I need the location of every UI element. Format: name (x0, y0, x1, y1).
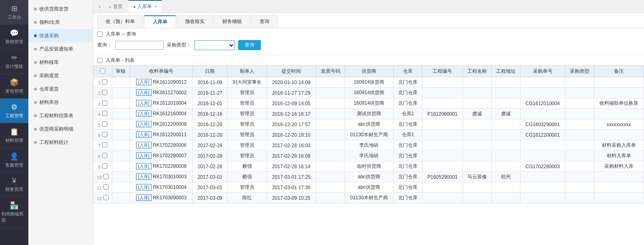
inbound-link[interactable]: [入库] (136, 163, 151, 169)
sidebar-item-purchase-return[interactable]: 采购退货 (28, 69, 93, 82)
sidebar-item-warehouse-return[interactable]: 仓库退货 (28, 82, 93, 96)
inbound-link[interactable]: [入库] (136, 184, 151, 190)
row-link[interactable]: [入库] RK1703010004 (130, 182, 193, 193)
select-all-checkbox[interactable] (100, 68, 105, 74)
sidebar-item-material-out[interactable]: 领料/出库 (28, 16, 93, 29)
row-link[interactable]: [入库] RK1612200008 (130, 119, 193, 130)
row-eng-name: 马云装修 (463, 172, 491, 182)
inbound-link[interactable]: [入库] (136, 79, 151, 85)
sidebar-item-label: 工程管理 (5, 113, 23, 119)
row-checkbox[interactable] (102, 111, 107, 116)
row-purchase-no (520, 182, 565, 193)
row-maker: 赖强 (227, 172, 267, 182)
row-eng-code (422, 119, 463, 130)
purchase-type-select[interactable] (194, 40, 235, 50)
row-checkbox[interactable] (102, 79, 107, 84)
row-checkbox[interactable] (102, 163, 107, 169)
row-link[interactable]: [入库] RK1703010003 (130, 172, 193, 182)
sidebar-item-label: B2B商城系统 (2, 211, 27, 223)
sidebar-item-product-install[interactable]: 产品安装通知单 (28, 42, 93, 56)
sidebar-item-receive-supplier[interactable]: 收供货商发货 (28, 2, 93, 16)
inbound-link[interactable]: [入库] (136, 131, 151, 138)
inbound-link[interactable]: [入库] (136, 142, 151, 148)
sidebar-item-material-move[interactable]: 材料移库 (28, 56, 93, 69)
row-checkbox[interactable] (102, 121, 107, 127)
func-tab-finance-verify[interactable]: 财务稽核 (214, 15, 250, 28)
row-checkbox[interactable] (102, 132, 107, 137)
sidebar-item-engineering[interactable]: ⚙ 工程管理 (0, 99, 28, 123)
row-date: 2016-12-01 (193, 98, 228, 109)
inbound-link[interactable]: [入库] (136, 152, 151, 159)
sidebar-item-b2b[interactable]: 🏪 B2B商城系统 (0, 197, 28, 228)
th-supplier: 供货商 (345, 66, 393, 77)
section-query-checkbox[interactable] (97, 32, 102, 37)
row-link[interactable]: [入库] RK1612010004 (130, 98, 193, 109)
row-eng-code (422, 193, 463, 203)
row-checkbox[interactable] (102, 142, 107, 148)
inbound-link[interactable]: [入库] (136, 173, 151, 180)
row-checkbox[interactable] (102, 90, 107, 95)
row-checkbox[interactable] (103, 195, 109, 200)
row-audit (112, 193, 130, 203)
func-tab-pre-verify[interactable]: 预收核实 (177, 15, 213, 28)
inbound-link[interactable]: [入库] (136, 194, 151, 201)
sidebar-item-supplier-purchase[interactable]: 供货商采购明细 (28, 122, 93, 136)
row-maker: 陈红 (227, 193, 267, 203)
sidebar-item-workbench[interactable]: ⊞ 工作台 (0, 0, 28, 25)
dot-supplier-purchase (34, 128, 37, 131)
sidebar-item-design[interactable]: ✏ 设计预算 (0, 49, 28, 74)
inbound-link[interactable]: [入库] (136, 110, 151, 117)
func-tab-receive-preorder[interactable]: 收（预）料单 (97, 15, 143, 28)
table-row: 8 [入库] RK1702280007 2017-02-28 管理员 2017-… (94, 151, 644, 161)
sidebar-item-engineering-material2[interactable]: 工程材料统计 (28, 136, 93, 149)
row-warehouse: 北门仓库 (393, 77, 422, 88)
search-input[interactable] (115, 41, 164, 50)
row-checkbox[interactable] (103, 184, 109, 190)
row-invoice (316, 77, 345, 88)
sidebar-item-finance[interactable]: ¥ 财务管理 (0, 173, 28, 197)
row-checkbox[interactable] (103, 174, 109, 179)
th-purchase-no: 采购单号 (520, 66, 565, 77)
sidebar-item-materials[interactable]: 📋 材料管理 (0, 123, 28, 148)
row-remark (594, 172, 644, 182)
tab-inbound[interactable]: ● 入库单 ✕ (128, 0, 162, 13)
sidebar-item-engineering-material[interactable]: 工程材料结算表 (28, 109, 93, 122)
row-link[interactable]: [入库] RK1611090012 (130, 77, 193, 88)
row-eng-name (463, 77, 491, 88)
func-tab-inbound[interactable]: 入库单 (144, 15, 176, 28)
sidebar-item-material-inventory[interactable]: 材料库存 (28, 96, 93, 109)
row-checkbox-cell: 8 (94, 151, 112, 161)
tab-home[interactable]: ● 首页 (104, 0, 128, 13)
table-row: 5 [入库] RK1612200008 2016-12-20 管理员 2016-… (94, 119, 644, 130)
sidebar-item-service[interactable]: 👤 客服管理 (0, 148, 28, 173)
row-checkbox[interactable] (102, 100, 107, 106)
row-link[interactable]: [入库] RK1702280008 (130, 161, 193, 172)
sidebar-collapse-button[interactable]: ‹ (96, 2, 103, 11)
func-tab-query[interactable]: 查询 (251, 15, 278, 28)
sidebar-item-package[interactable]: 📦 发包管理 (0, 74, 28, 99)
inbound-link[interactable]: [入库] (136, 100, 151, 106)
sidebar-item-quick-purchase[interactable]: 快速采购 (28, 29, 93, 42)
row-link[interactable]: [入库] RK1612200011 (130, 130, 193, 140)
main-content: ‹ ● 首页 ● 入库单 ✕ 收（预）料单 入库单 预收核实 财务稽核 查询 (93, 0, 644, 245)
row-checkbox-cell: 11 (94, 182, 112, 193)
sidebar-item-marketing[interactable]: 💬 营销管理 (0, 25, 28, 49)
inbound-link[interactable]: [入库] (136, 89, 151, 96)
row-eng-code: P1605290001 (422, 172, 463, 182)
row-purchase-type (565, 119, 594, 130)
row-checkbox[interactable] (102, 153, 107, 158)
row-link[interactable]: [入库] RK1611270002 (130, 88, 193, 98)
row-checkbox-cell: 2 (94, 88, 112, 98)
row-checkbox-cell: 6 (94, 130, 112, 140)
row-link[interactable]: [入库] RK1702280006 (130, 140, 193, 151)
search-button[interactable]: 查询 (238, 40, 261, 50)
row-date: 2017-02-28 (193, 140, 228, 151)
inbound-link[interactable]: [入库] (136, 121, 151, 127)
row-link[interactable]: [入库] RK1702280007 (130, 151, 193, 161)
row-link[interactable]: [入库] RK1703090003 (130, 193, 193, 203)
th-warehouse: 仓库 (393, 66, 422, 77)
tab-inbound-close[interactable]: ✕ (154, 4, 157, 9)
row-link[interactable]: [入库] RK1612160004 (130, 109, 193, 119)
th-remark: 备注 (594, 66, 644, 77)
table-section-checkbox[interactable] (97, 58, 102, 63)
